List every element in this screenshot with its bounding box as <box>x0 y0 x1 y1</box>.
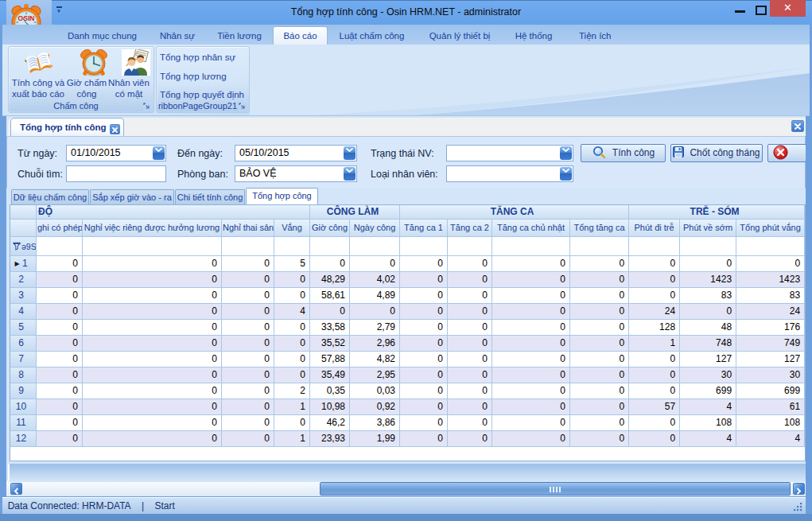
svg-text:OSIN: OSIN <box>18 14 35 22</box>
